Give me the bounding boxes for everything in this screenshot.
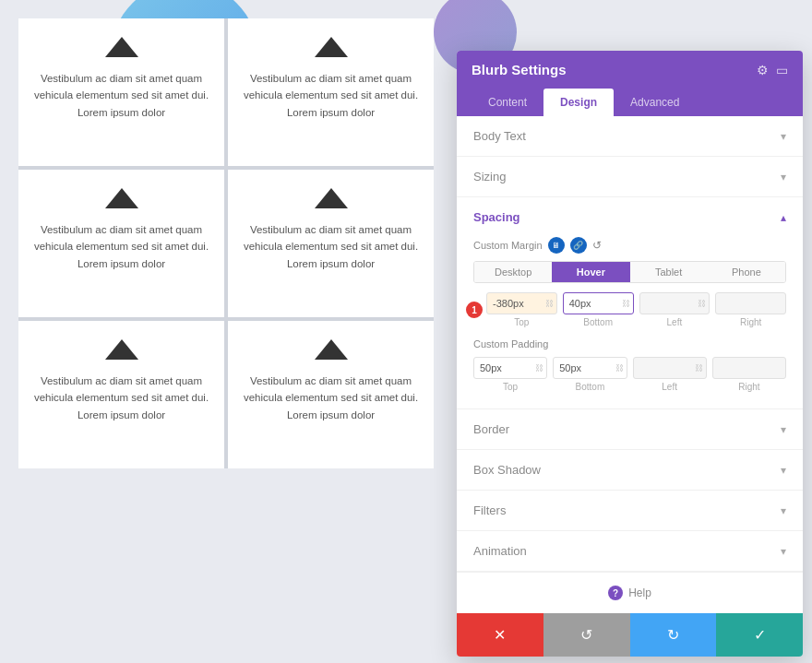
body-text-arrow: ▾ — [781, 130, 786, 143]
minimize-icon[interactable]: ▭ — [776, 63, 788, 77]
panel-body: Body Text ▾ Sizing ▾ Spacing ▴ Custom Ma… — [457, 116, 803, 613]
padding-bottom-link-icon: ⛓ — [615, 363, 624, 373]
card-text-4: Vestibulum ac diam sit amet quam vehicul… — [243, 221, 419, 272]
body-text-label: Body Text — [473, 129, 526, 143]
border-arrow: ▾ — [781, 423, 786, 436]
margin-left-link-icon: ⛓ — [698, 299, 706, 308]
margin-right-input[interactable] — [715, 292, 786, 314]
margin-reset-icon[interactable]: ↺ — [592, 239, 602, 252]
filters-label: Filters — [473, 503, 506, 517]
padding-left-group: ⛓ Left — [633, 357, 707, 392]
triangle-icon-6 — [315, 339, 348, 360]
padding-right-label: Right — [738, 382, 759, 392]
padding-top-link-icon: ⛓ — [535, 363, 543, 373]
card-icon-1 — [105, 37, 138, 57]
card-text-5: Vestibulum ac diam sit amet quam vehicul… — [33, 373, 209, 423]
border-section[interactable]: Border ▾ — [457, 409, 803, 450]
margin-top-group: ⛓ Top — [486, 292, 557, 327]
help-text: Help — [628, 586, 651, 599]
box-shadow-label: Box Shadow — [473, 463, 541, 477]
card-text-6: Vestibulum ac diam sit amet quam vehicul… — [243, 373, 419, 423]
panel-title: Blurb Settings — [472, 62, 567, 77]
card-icon-3 — [105, 188, 138, 208]
undo-button[interactable]: ↺ — [543, 613, 630, 657]
spacing-collapse-icon: ▴ — [781, 211, 786, 224]
triangle-icon-4 — [315, 188, 348, 208]
card-text-2: Vestibulum ac diam sit amet quam vehicul… — [243, 70, 419, 121]
margin-right-label: Right — [740, 317, 761, 327]
border-label: Border — [473, 422, 509, 436]
padding-inputs: ⛓ Top ⛓ Bottom ⛓ — [473, 357, 786, 392]
margin-hover-icon[interactable]: 🔗 — [570, 237, 587, 254]
tab-advanced[interactable]: Advanced — [614, 89, 696, 116]
triangle-icon-1 — [105, 37, 138, 57]
margin-right-group: Right — [715, 292, 786, 327]
card-5: Vestibulum ac diam sit amet quam vehicul… — [18, 321, 224, 468]
padding-bottom-label: Bottom — [576, 382, 605, 392]
tab-content[interactable]: Content — [472, 89, 543, 116]
card-2: Vestibulum ac diam sit amet quam vehicul… — [228, 18, 434, 166]
animation-arrow: ▾ — [781, 545, 786, 558]
animation-label: Animation — [473, 544, 527, 558]
card-4: Vestibulum ac diam sit amet quam vehicul… — [228, 170, 434, 317]
cancel-button[interactable]: ✕ — [457, 613, 543, 657]
panel-header-icons: ⚙ ▭ — [757, 63, 788, 77]
settings-panel: Blurb Settings ⚙ ▭ Content Design Advanc… — [457, 51, 803, 657]
padding-left-label: Left — [662, 382, 677, 392]
spacing-header[interactable]: Spacing ▴ — [457, 197, 803, 237]
margin-left-group: ⛓ Left — [639, 292, 710, 327]
device-tab-phone[interactable]: Phone — [708, 262, 785, 282]
padding-bottom-group: ⛓ Bottom — [553, 357, 627, 392]
sizing-section[interactable]: Sizing ▾ — [457, 157, 803, 197]
redo-button[interactable]: ↻ — [630, 613, 717, 657]
margin-top-label: Top — [514, 317, 529, 327]
panel-header: Blurb Settings ⚙ ▭ — [457, 51, 803, 89]
padding-right-group: Right — [712, 357, 786, 392]
card-text-3: Vestibulum ac diam sit amet quam vehicul… — [33, 221, 209, 272]
margin-desktop-icon[interactable]: 🖥 — [548, 237, 565, 254]
tab-design[interactable]: Design — [543, 89, 614, 116]
padding-right-input[interactable] — [712, 357, 786, 379]
box-shadow-arrow: ▾ — [781, 464, 786, 477]
spacing-title: Spacing — [473, 210, 520, 224]
padding-top-label: Top — [503, 382, 518, 392]
margin-bottom-link-icon: ⛓ — [622, 299, 630, 308]
margin-inputs: ⛓ Top ⛓ Bottom — [486, 292, 786, 327]
sizing-label: Sizing — [473, 170, 506, 184]
animation-section[interactable]: Animation ▾ — [457, 531, 803, 572]
body-text-section[interactable]: Body Text ▾ — [457, 116, 803, 157]
cards-grid: Vestibulum ac diam sit amet quam vehicul… — [18, 18, 434, 468]
card-3: Vestibulum ac diam sit amet quam vehicul… — [18, 170, 224, 317]
triangle-icon-5 — [105, 339, 138, 360]
filters-arrow: ▾ — [781, 504, 786, 517]
margin-inputs-wrapper: 1 ⛓ Top ⛓ — [473, 292, 786, 327]
margin-top-link-icon: ⛓ — [545, 299, 554, 308]
device-tabs: Desktop Hover Tablet Phone — [473, 261, 786, 283]
device-tab-tablet[interactable]: Tablet — [630, 262, 708, 282]
padding-left-link-icon: ⛓ — [695, 363, 703, 373]
help-row[interactable]: ? Help — [457, 572, 803, 613]
device-tab-desktop[interactable]: Desktop — [474, 262, 552, 282]
custom-margin-label: Custom Margin 🖥 🔗 ↺ — [473, 237, 786, 254]
padding-top-group: ⛓ Top — [473, 357, 547, 392]
settings-icon[interactable]: ⚙ — [757, 63, 769, 77]
card-icon-6 — [315, 339, 348, 360]
spacing-section: Spacing ▴ Custom Margin 🖥 🔗 ↺ Desktop — [457, 197, 803, 409]
card-icon-2 — [315, 37, 348, 57]
tabs-row: Content Design Advanced — [457, 89, 803, 116]
filters-section[interactable]: Filters ▾ — [457, 491, 803, 531]
sizing-arrow: ▾ — [781, 171, 786, 184]
margin-error-badge: 1 — [466, 302, 483, 318]
custom-padding-label: Custom Padding — [473, 338, 786, 349]
card-text-1: Vestibulum ac diam sit amet quam vehicul… — [33, 70, 209, 121]
cards-area: Vestibulum ac diam sit amet quam vehicul… — [18, 18, 434, 645]
card-6: Vestibulum ac diam sit amet quam vehicul… — [228, 321, 434, 468]
device-tab-hover[interactable]: Hover — [552, 262, 629, 282]
margin-left-label: Left — [667, 317, 683, 327]
margin-bottom-group: ⛓ Bottom — [563, 292, 634, 327]
card-1: Vestibulum ac diam sit amet quam vehicul… — [18, 18, 224, 166]
card-icon-5 — [105, 339, 138, 360]
save-button[interactable]: ✓ — [716, 613, 803, 657]
box-shadow-section[interactable]: Box Shadow ▾ — [457, 450, 803, 491]
help-icon: ? — [608, 586, 623, 600]
